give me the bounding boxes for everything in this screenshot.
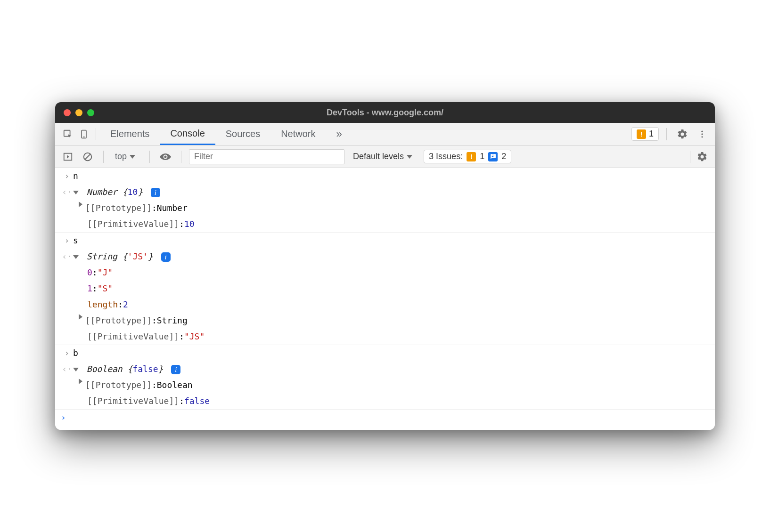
object-preview: 10: [128, 187, 138, 197]
warnings-count: 1: [649, 129, 654, 139]
log-levels-selector[interactable]: Default levels: [348, 152, 420, 161]
property-key: 0: [87, 266, 92, 279]
property-value: "J": [98, 266, 113, 279]
object-preview: false: [132, 364, 158, 374]
property-key: length: [87, 298, 118, 311]
expand-toggle-icon[interactable]: [79, 379, 82, 384]
divider: [690, 151, 690, 163]
property-value: "S": [98, 282, 113, 295]
return-chevron-icon: ‹·: [61, 250, 73, 263]
svg-point-5: [701, 136, 703, 137]
property-key: [[PrimitiveValue]]: [87, 218, 179, 231]
device-toggle-icon[interactable]: [76, 126, 92, 142]
warning-icon: !: [467, 152, 476, 161]
divider: [181, 151, 181, 163]
result-row[interactable]: ‹· String {'JS'} i: [55, 249, 715, 265]
info-icon[interactable]: i: [161, 252, 171, 262]
divider: [149, 151, 150, 163]
property-key: [[Prototype]]: [85, 379, 152, 392]
context-label: top: [115, 152, 127, 161]
input-row[interactable]: › b: [55, 345, 715, 361]
return-chevron-icon: ‹·: [61, 363, 73, 376]
property-value: Number: [157, 202, 188, 215]
expand-toggle-icon[interactable]: [73, 368, 79, 371]
input-chevron-icon: ›: [61, 169, 73, 183]
svg-point-4: [701, 133, 703, 135]
property-row[interactable]: [[Prototype]]: String: [55, 313, 715, 329]
input-expression: n: [73, 169, 709, 183]
property-value: Boolean: [157, 379, 193, 392]
object-class: Number: [87, 187, 117, 197]
divider: [103, 151, 104, 163]
console-settings-icon[interactable]: [694, 149, 710, 165]
warnings-badge[interactable]: ! 1: [631, 127, 659, 141]
return-chevron-icon: ‹·: [61, 185, 73, 199]
object-class: Boolean: [87, 364, 123, 374]
property-key: [[PrimitiveValue]]: [87, 395, 179, 408]
message-icon: [488, 152, 498, 161]
issues-badge[interactable]: 3 Issues: ! 1 2: [424, 150, 511, 163]
expand-toggle-icon[interactable]: [79, 314, 82, 320]
property-key: [[PrimitiveValue]]: [87, 330, 179, 343]
devtools-window: DevTools - www.google.com/ Elements Cons…: [55, 102, 715, 430]
tabs: Elements Console Sources Network »: [100, 123, 352, 145]
prompt-chevron-icon: ›: [61, 412, 73, 422]
property-row[interactable]: [[Prototype]]: Boolean: [55, 377, 715, 393]
console-prompt[interactable]: ›: [55, 410, 715, 425]
maximize-button[interactable]: [87, 109, 94, 116]
info-icon[interactable]: i: [171, 365, 180, 374]
tab-console[interactable]: Console: [160, 123, 215, 145]
property-row[interactable]: 0: "J": [55, 265, 715, 281]
property-key: [[Prototype]]: [85, 314, 152, 327]
traffic-lights: [55, 109, 94, 116]
property-value: 2: [123, 298, 128, 311]
minimize-button[interactable]: [75, 109, 82, 116]
info-icon[interactable]: i: [151, 188, 160, 197]
tab-overflow[interactable]: »: [326, 123, 352, 145]
input-expression: b: [73, 347, 709, 360]
console-toolbar: top Default levels 3 Issues: ! 1 2: [55, 145, 715, 168]
tab-elements[interactable]: Elements: [100, 123, 160, 145]
issues-warn-count: 1: [480, 152, 484, 161]
property-row[interactable]: length: 2: [55, 297, 715, 313]
result-row[interactable]: ‹· Number {10} i: [55, 184, 715, 200]
tab-sources[interactable]: Sources: [215, 123, 270, 145]
property-value: false: [184, 395, 210, 408]
inspect-element-icon[interactable]: [60, 126, 76, 142]
console-output: › n ‹· Number {10} i [[Prototype]]: Numb…: [55, 168, 715, 430]
property-value: "JS": [184, 330, 205, 343]
titlebar: DevTools - www.google.com/: [55, 102, 715, 123]
property-row[interactable]: [[PrimitiveValue]]: false: [55, 393, 715, 409]
expand-toggle-icon[interactable]: [79, 202, 82, 207]
filter-input[interactable]: [189, 149, 344, 164]
settings-icon[interactable]: [674, 126, 690, 142]
input-chevron-icon: ›: [61, 234, 73, 247]
expand-toggle-icon[interactable]: [73, 255, 79, 259]
issues-msg-count: 2: [501, 152, 506, 161]
context-selector[interactable]: top: [111, 152, 142, 161]
input-expression: s: [73, 234, 709, 247]
warning-icon: !: [637, 129, 646, 139]
live-expression-icon[interactable]: [157, 149, 173, 165]
input-row[interactable]: › s: [55, 233, 715, 249]
property-row[interactable]: [[Prototype]]: Number: [55, 200, 715, 216]
kebab-menu-icon[interactable]: [694, 126, 710, 142]
sidebar-toggle-icon[interactable]: [60, 149, 76, 165]
property-row[interactable]: [[PrimitiveValue]]: "JS": [55, 329, 715, 345]
input-row[interactable]: › n: [55, 168, 715, 184]
console-entry-b: › b ‹· Boolean {false} i [[Prototype]]: …: [55, 345, 715, 410]
close-button[interactable]: [64, 109, 71, 116]
property-value: 10: [184, 218, 195, 231]
clear-console-icon[interactable]: [80, 149, 96, 165]
result-row[interactable]: ‹· Boolean {false} i: [55, 361, 715, 377]
expand-toggle-icon[interactable]: [73, 191, 79, 194]
property-key: 1: [87, 282, 92, 295]
property-row[interactable]: [[PrimitiveValue]]: 10: [55, 216, 715, 232]
property-row[interactable]: 1: "S": [55, 281, 715, 297]
window-title: DevTools - www.google.com/: [327, 108, 443, 118]
issues-label: 3 Issues:: [429, 152, 463, 161]
console-entry-s: › s ‹· String {'JS'} i 0: "J" 1: "S": [55, 233, 715, 345]
tab-network[interactable]: Network: [270, 123, 326, 145]
divider: [666, 128, 667, 140]
object-class: String: [87, 251, 117, 261]
